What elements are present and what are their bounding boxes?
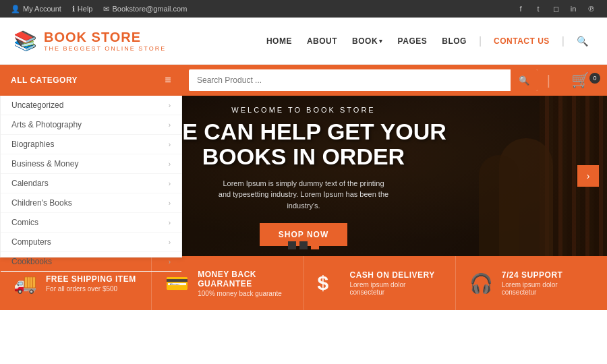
- hero-subtitle: WELCOME TO BOOK STORE: [161, 106, 446, 114]
- chevron-right-icon: ›: [169, 258, 171, 266]
- cash-text: CASH ON DELIVERY Lorem ipsum dolor conse…: [350, 270, 442, 296]
- nav-divider: |: [479, 35, 482, 47]
- header: 📚 BOOK STORE THE BEGGEST ONLINE STORE HO…: [0, 18, 607, 65]
- cart-badge: 0: [589, 73, 600, 84]
- chevron-right-icon: ›: [169, 239, 171, 246]
- cash-icon: $: [318, 272, 342, 295]
- email-link[interactable]: ✉ Bookstore@gmail.com: [103, 5, 187, 13]
- category-arts[interactable]: Arts & Photography ›: [1, 115, 181, 135]
- shipping-icon: 🚚: [13, 272, 38, 295]
- shipping-title: FREE SHIPPING ITEM: [46, 274, 136, 284]
- category-biographies[interactable]: Biographies ›: [1, 135, 181, 154]
- main-nav: HOME ABOUT BOOK ▾ PAGES BLOG | CONTACT U…: [261, 33, 594, 49]
- hero-dot-1[interactable]: [288, 241, 296, 249]
- hero-next-arrow[interactable]: ›: [577, 165, 599, 187]
- social-links: f t ◻ in ℗: [515, 3, 596, 14]
- search-bar: 🔍: [189, 69, 538, 91]
- chevron-down-icon: ▾: [379, 38, 383, 44]
- hero-description: Lorem Ipsum is simply dummy text of the …: [216, 178, 391, 212]
- search-button[interactable]: 🔍: [511, 69, 538, 91]
- category-business[interactable]: Business & Money ›: [1, 154, 181, 174]
- money-back-text: MONEY BACK GUARANTEE 100% money back gua…: [198, 270, 289, 297]
- hero-title: WE CAN HELP GET YOUR BOOKS IN ORDER: [161, 119, 446, 170]
- nav-home[interactable]: HOME: [261, 34, 297, 49]
- cart-button[interactable]: 🛒 0: [553, 71, 607, 89]
- chevron-right-icon: ›: [169, 180, 171, 187]
- chevron-right-icon: ›: [169, 200, 171, 207]
- nav-divider2: |: [562, 35, 565, 47]
- chevron-right-icon: ›: [169, 102, 171, 109]
- user-icon: 👤: [11, 5, 20, 13]
- category-dropdown: Uncategorized › Arts & Photography › Bio…: [0, 96, 182, 257]
- orange-bar: ALL CATEGORY ≡ 🔍 | 🛒 0: [0, 65, 607, 96]
- person-silhouette-4: [479, 155, 519, 256]
- category-cookbooks[interactable]: Cookbooks ›: [1, 252, 181, 272]
- nav-book[interactable]: BOOK ▾: [347, 34, 388, 49]
- cart-separator: |: [547, 73, 550, 88]
- linkedin-link[interactable]: in: [568, 3, 579, 14]
- cash-title: CASH ON DELIVERY: [350, 270, 442, 280]
- nav-blog[interactable]: BLOG: [436, 34, 472, 49]
- category-computers[interactable]: Computers ›: [1, 233, 181, 252]
- category-uncategorized[interactable]: Uncategorized ›: [1, 96, 181, 115]
- help-icon: ℹ: [72, 5, 75, 13]
- feature-cash: $ CASH ON DELIVERY Lorem ipsum dolor con…: [304, 256, 456, 310]
- nav-about[interactable]: ABOUT: [301, 34, 343, 49]
- category-childrens[interactable]: Children's Books ›: [1, 193, 181, 213]
- hero-dots: [288, 241, 319, 249]
- logo-subtitle: THE BEGGEST ONLINE STORE: [44, 45, 166, 52]
- money-back-desc: 100% money back guarante: [198, 290, 289, 297]
- logo-text: BOOK STORE THE BEGGEST ONLINE STORE: [44, 30, 166, 52]
- nav-contact[interactable]: CONTACT US: [488, 34, 555, 49]
- category-calendars[interactable]: Calendars ›: [1, 174, 181, 193]
- cash-desc: Lorem ipsum dolor consectetur: [350, 281, 442, 296]
- support-text: 7/24 SUPPORT Lorem ipsum dolor consectet…: [502, 270, 594, 296]
- hamburger-icon: ≡: [165, 74, 171, 86]
- money-back-title: MONEY BACK GUARANTEE: [198, 270, 289, 289]
- all-category-label: ALL CATEGORY: [11, 75, 78, 85]
- hero-dot-2[interactable]: [299, 241, 308, 249]
- support-desc: Lorem ipsum dolor consectetur: [502, 281, 594, 296]
- top-bar: 👤 My Account ℹ Help ✉ Bookstore@gmail.co…: [0, 0, 607, 18]
- category-comics[interactable]: Comics ›: [1, 213, 181, 233]
- twitter-link[interactable]: t: [533, 3, 544, 14]
- pinterest-link[interactable]: ℗: [585, 3, 596, 14]
- hero-content: WELCOME TO BOOK STORE WE CAN HELP GET YO…: [147, 106, 460, 246]
- logo-icon: 📚: [13, 30, 37, 52]
- email-icon: ✉: [103, 5, 109, 13]
- support-icon: 🎧: [469, 272, 494, 295]
- shipping-text: FREE SHIPPING ITEM For all orders over $…: [46, 274, 136, 293]
- chevron-right-icon: ›: [169, 141, 171, 148]
- logo-title: BOOK STORE: [44, 30, 166, 45]
- search-input[interactable]: [189, 75, 511, 85]
- header-search-icon[interactable]: 🔍: [571, 33, 594, 49]
- hero-dot-3[interactable]: [311, 241, 319, 249]
- facebook-link[interactable]: f: [515, 3, 526, 14]
- cart-icon: 🛒: [571, 71, 589, 89]
- help-link[interactable]: ℹ Help: [72, 5, 93, 13]
- feature-support: 🎧 7/24 SUPPORT Lorem ipsum dolor consect…: [456, 256, 607, 310]
- chevron-right-icon: ›: [169, 160, 171, 168]
- instagram-link[interactable]: ◻: [550, 3, 561, 14]
- nav-pages[interactable]: PAGES: [393, 34, 433, 49]
- support-title: 7/24 SUPPORT: [502, 270, 594, 280]
- top-bar-left: 👤 My Account ℹ Help ✉ Bookstore@gmail.co…: [11, 5, 187, 13]
- logo[interactable]: 📚 BOOK STORE THE BEGGEST ONLINE STORE: [13, 30, 166, 52]
- my-account-link[interactable]: 👤 My Account: [11, 5, 61, 13]
- shipping-desc: For all orders over $500: [46, 285, 136, 293]
- chevron-right-icon: ›: [169, 219, 171, 226]
- money-back-icon: 💳: [165, 272, 190, 295]
- main-content: WELCOME TO BOOK STORE WE CAN HELP GET YO…: [0, 96, 607, 310]
- all-category-button[interactable]: ALL CATEGORY ≡: [0, 65, 182, 96]
- chevron-right-icon: ›: [169, 121, 171, 129]
